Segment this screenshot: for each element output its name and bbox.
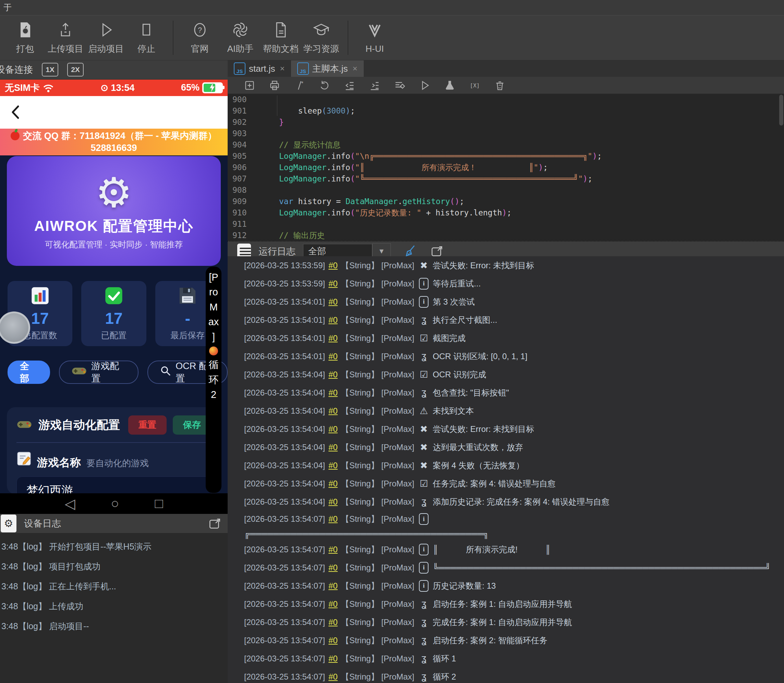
export-icon[interactable] — [208, 516, 222, 532]
device-log-row: 3:48【log】 开始打包项目--苹果H5演示 — [2, 537, 228, 557]
upload-icon — [56, 21, 74, 40]
back-chevron-icon[interactable] — [9, 104, 22, 121]
toolbar-button-label: 打包 — [16, 43, 34, 55]
device-log-panel: ⚙ 设备日志 3:48【log】 开始打包项目--苹果H5演示3:48【log】… — [0, 514, 228, 683]
android-nav-bar: ◁○□ — [0, 493, 228, 514]
run-log-row: [2026-03-25 13:54:01]#0【String】 [ProMax]… — [244, 293, 784, 311]
hui-logo-icon — [366, 22, 384, 41]
run-log-row: [2026-03-25 13:53:59]#0【String】 [ProMax]… — [244, 274, 784, 293]
main-area: 设备连接 1X 2X 无SIM卡 ⊙ 13:54 65% — [0, 60, 784, 683]
comment-icon[interactable]: * — [293, 79, 306, 91]
test-flask-icon[interactable] — [443, 79, 456, 91]
run-log-row: [2026-03-25 13:54:04]#0【String】 [ProMax]… — [244, 383, 784, 402]
back-triangle-icon[interactable]: ◁ — [64, 496, 75, 511]
run-log-row: [2026-03-25 13:54:07]#0【String】 [ProMax]… — [244, 649, 784, 667]
run-log-list: [2026-03-25 13:53:59]#0【String】 [ProMax]… — [228, 256, 784, 683]
code-line: 905LogManager.info("\n╔═════════════════… — [228, 151, 784, 162]
task-icon: ʓ — [418, 387, 430, 398]
variables-icon[interactable]: [X] — [469, 79, 481, 91]
device-log-header: ⚙ 设备日志 — [0, 514, 228, 534]
line-number: 902 — [228, 117, 254, 128]
outdent-icon[interactable] — [344, 79, 356, 91]
tab-label: start.js — [249, 64, 275, 74]
carrier-label: 无SIM卡 — [5, 82, 40, 94]
editor-panel: JS start.js ×JS 主脚本.js × *[X] 900901 sle… — [228, 60, 784, 683]
run-icon[interactable] — [419, 79, 431, 91]
floating-log-overlay: [ProMax]循环2 — [206, 266, 221, 493]
line-number: 900 — [228, 94, 254, 105]
line-number: 903 — [228, 128, 254, 139]
info-icon: i — [418, 580, 430, 592]
toolbar-button-label: 官网 — [191, 43, 209, 55]
reset-button[interactable]: 重置 — [128, 415, 166, 434]
toolbar-button-document[interactable]: 帮助文档 — [261, 18, 301, 58]
new-file-icon[interactable] — [243, 79, 256, 91]
code-line: 910LogManager.info("历史记录数量: " + history.… — [228, 207, 784, 218]
chip-label: 全部 — [20, 360, 38, 385]
toolbar-button-play[interactable]: 启动项目 — [86, 18, 126, 58]
filter-chip[interactable]: 全部 — [8, 361, 50, 384]
js-file-icon: JS — [234, 63, 245, 75]
toolbar-button-hui-logo[interactable]: H-UI — [354, 18, 395, 58]
error-icon: ✖ — [418, 260, 430, 271]
toolbar-button-label: 学习资源 — [303, 43, 339, 55]
close-icon[interactable]: × — [353, 64, 358, 74]
editor-scrollbar[interactable] — [779, 95, 783, 125]
line-number: 905 — [228, 151, 254, 162]
toolbar-button-stop[interactable]: 停止 — [126, 18, 166, 58]
info-icon: i — [418, 562, 430, 574]
editor-tab-start.js[interactable]: JS start.js × — [228, 60, 291, 77]
phone-app-body: ⚙ AIWROK 配置管理中心 可视化配置管理 · 实时同步 · 智能推荐 17… — [0, 156, 228, 493]
gamepad-icon — [16, 417, 32, 433]
editor-tab-主脚本.js[interactable]: JS 主脚本.js × — [291, 60, 364, 77]
format-icon[interactable] — [394, 79, 406, 91]
zoom-2x-button[interactable]: 2X — [67, 63, 84, 77]
toolbar-button-upload[interactable]: 上传项目 — [45, 18, 86, 58]
print-icon[interactable] — [269, 79, 281, 91]
code-editor[interactable]: 900901 sleep(3000);902}903904// 显示统计信息90… — [228, 94, 784, 241]
toolbar-button-question[interactable]: ?官网 — [180, 18, 220, 58]
stop-icon — [138, 21, 155, 40]
toolbar-button-package-apple[interactable]: 打包 — [5, 18, 45, 58]
home-circle-icon[interactable]: ○ — [111, 496, 119, 511]
device-log-title: 设备日志 — [24, 517, 61, 530]
run-log-row: [2026-03-25 13:54:01]#0【String】 [ProMax]… — [244, 329, 784, 347]
run-log-row: [2026-03-25 13:54:04]#0【String】 [ProMax]… — [244, 402, 784, 420]
run-log-row: [2026-03-25 13:54:07]#0【String】 [ProMax]… — [244, 558, 784, 577]
indent-icon[interactable] — [368, 79, 381, 91]
code-line: 902} — [228, 117, 784, 128]
run-log-row: [2026-03-25 13:54:04]#0【String】 [ProMax]… — [244, 475, 784, 492]
check-icon — [104, 286, 124, 307]
warning-icon: ⚠ — [418, 406, 430, 417]
app-window: 于 打包上传项目启动项目停止?官网AI助手帮助文档学习资源H-UI 设备连接 1… — [0, 0, 784, 683]
clear-icon[interactable] — [494, 79, 506, 91]
toolbar-button-graduation[interactable]: 学习资源 — [301, 18, 341, 58]
error-icon: ✖ — [418, 442, 430, 453]
line-number: 907 — [228, 173, 254, 184]
battery-percent: 65% — [181, 82, 200, 93]
clock-label: ⊙ 13:54 — [54, 82, 181, 93]
run-log-row: [2026-03-25 13:54:04]#0【String】 [ProMax]… — [244, 456, 784, 475]
bug-emoji-icon — [209, 346, 218, 355]
filter-chip[interactable]: 游戏配置 — [59, 361, 139, 384]
task-icon: ʓ — [418, 617, 430, 627]
recents-square-icon[interactable]: □ — [155, 496, 163, 511]
zoom-1x-button[interactable]: 1X — [42, 63, 58, 77]
stat-label: 已配置 — [101, 330, 126, 341]
filter-chips: 全部游戏配置OCR 配置 — [8, 361, 228, 383]
close-icon[interactable]: × — [280, 64, 285, 74]
toolbar-button-openai[interactable]: AI助手 — [220, 18, 261, 58]
undo-icon[interactable] — [318, 79, 331, 91]
code-line: 908 — [228, 184, 784, 196]
line-number: 904 — [228, 139, 254, 151]
line-number: 908 — [228, 184, 254, 196]
menu-item-about[interactable]: 于 — [3, 2, 12, 13]
run-log-row: [2026-03-25 13:54:04]#0【String】 [ProMax]… — [244, 366, 784, 383]
stat-value: - — [185, 309, 190, 328]
info-icon: i — [418, 278, 430, 290]
success-icon: ☑ — [418, 478, 430, 489]
task-icon: ʓ — [418, 314, 430, 325]
info-icon: i — [418, 296, 430, 308]
game-name-input[interactable]: 梦幻西游 — [16, 476, 211, 493]
svg-text:?: ? — [198, 26, 202, 34]
